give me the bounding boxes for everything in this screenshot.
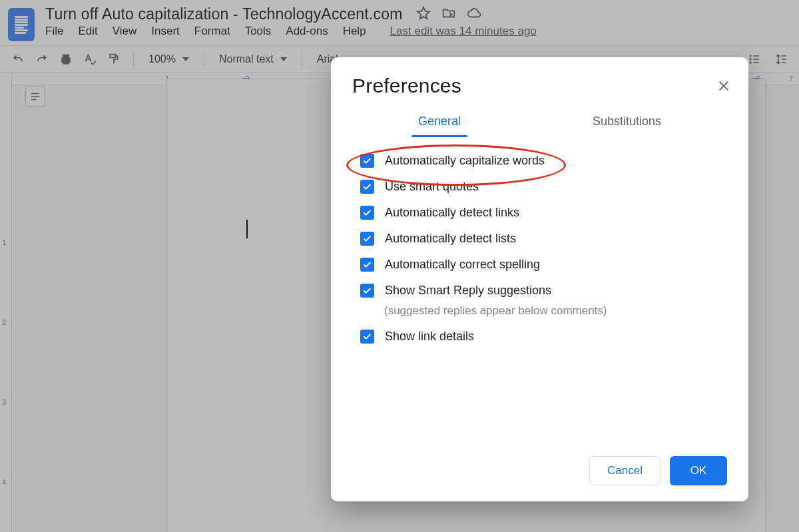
checkbox-icon[interactable]	[360, 180, 374, 194]
checkbox-icon[interactable]	[360, 258, 374, 272]
option-label: Automatically correct spelling	[385, 258, 540, 272]
option-auto-capitalize[interactable]: Automatically capitalize words	[360, 154, 727, 168]
option-smart-quotes[interactable]: Use smart quotes	[360, 180, 727, 194]
option-label: Automatically detect links	[385, 206, 519, 220]
checkbox-icon[interactable]	[360, 154, 374, 168]
dialog-tabs: General Substitutions	[352, 108, 727, 136]
option-detect-lists[interactable]: Automatically detect lists	[360, 232, 727, 246]
checkbox-icon[interactable]	[360, 206, 374, 220]
option-detect-links[interactable]: Automatically detect links	[360, 206, 727, 220]
tab-general[interactable]: General	[415, 108, 463, 136]
option-label: Automatically capitalize words	[385, 154, 545, 168]
preferences-options: Automatically capitalize words Use smart…	[352, 154, 727, 344]
option-label: Use smart quotes	[385, 180, 479, 194]
dialog-actions: Cancel OK	[352, 456, 727, 485]
option-link-details[interactable]: Show link details	[360, 330, 727, 344]
option-label: Automatically detect lists	[385, 232, 516, 246]
tab-substitutions[interactable]: Substitutions	[590, 108, 664, 136]
option-label: Show Smart Reply suggestions	[385, 284, 551, 298]
checkbox-icon[interactable]	[360, 330, 374, 344]
checkbox-icon[interactable]	[360, 232, 374, 246]
preferences-dialog: Preferences General Substitutions Automa…	[331, 57, 748, 501]
checkbox-icon[interactable]	[360, 284, 374, 298]
cancel-button[interactable]: Cancel	[589, 456, 661, 485]
option-label: Show link details	[385, 330, 474, 344]
dialog-title: Preferences	[352, 75, 727, 97]
option-correct-spelling[interactable]: Automatically correct spelling	[360, 258, 727, 272]
close-button[interactable]	[714, 76, 734, 96]
option-smart-reply[interactable]: Show Smart Reply suggestions	[360, 284, 727, 298]
smart-reply-subtext: (suggested replies appear below comments…	[384, 304, 727, 318]
ok-button[interactable]: OK	[670, 456, 727, 485]
